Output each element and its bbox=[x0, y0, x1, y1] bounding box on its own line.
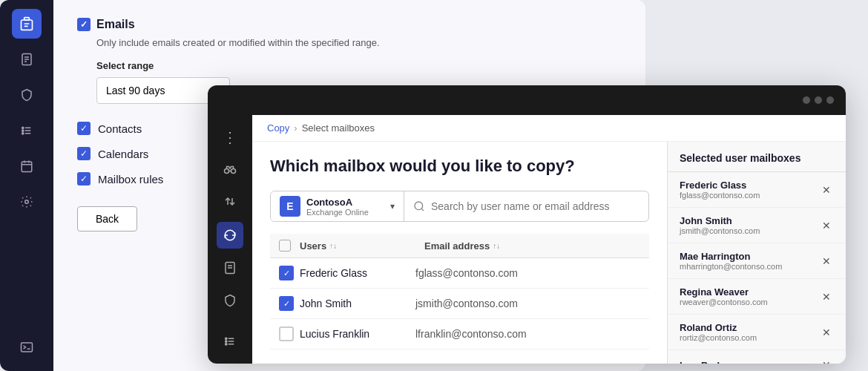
svg-point-29 bbox=[226, 338, 227, 339]
modal-content-area: Which mailbox would you like to copy? E … bbox=[252, 142, 846, 364]
modal-sidebar-binoculars[interactable] bbox=[217, 157, 243, 183]
selected-name-4: Roland Ortiz bbox=[680, 322, 757, 333]
row-checkbox-0[interactable]: ✓ bbox=[279, 266, 294, 280]
modal-breadcrumb: Copy › Select mailboxes bbox=[252, 115, 846, 142]
table-header: Users ↑↓ Email address ↑↓ bbox=[270, 234, 649, 258]
svg-point-31 bbox=[226, 341, 227, 342]
emails-description: Only include emails created or modified … bbox=[96, 37, 622, 48]
selected-item-info-2: Mae Harrington mharrington@contonso.com bbox=[680, 251, 782, 271]
selected-email-2: mharrington@contonso.com bbox=[680, 262, 782, 271]
remove-button-4[interactable]: ✕ bbox=[819, 325, 834, 340]
row-name-0: Frederic Glass bbox=[300, 267, 410, 279]
selected-items-list: Frederic Glass fglass@contonso.com ✕ Joh… bbox=[668, 172, 846, 364]
svg-point-21 bbox=[225, 169, 229, 174]
selected-email-4: rortiz@contonso.com bbox=[680, 333, 757, 342]
selected-item: Mae Harrington mharrington@contonso.com … bbox=[668, 243, 846, 279]
selected-name-0: Frederic Glass bbox=[680, 180, 760, 191]
svg-point-12 bbox=[22, 133, 24, 134]
row-name-2: Lucius Franklin bbox=[300, 328, 410, 340]
modal-sidebar-document[interactable] bbox=[217, 255, 243, 281]
header-checkbox[interactable] bbox=[279, 240, 291, 252]
email-sort-icon: ↑↓ bbox=[493, 242, 500, 250]
mailbox-rules-label: Mailbox rules bbox=[98, 173, 163, 186]
tenant-subtitle: Exchange Online bbox=[306, 208, 369, 217]
selected-panel-header: Selected user mailboxes bbox=[668, 142, 846, 172]
left-sidebar bbox=[0, 0, 53, 371]
selected-email-3: rweaver@contonso.com bbox=[680, 298, 768, 306]
selected-item-info-3: Regina Weaver rweaver@contonso.com bbox=[680, 286, 768, 306]
modal-right-panel: Selected user mailboxes Frederic Glass f… bbox=[668, 142, 846, 364]
users-sort-icon: ↑↓ bbox=[329, 242, 337, 250]
search-input[interactable] bbox=[431, 200, 640, 212]
row-checkbox-2[interactable] bbox=[279, 326, 294, 341]
sidebar-icon-calendar[interactable] bbox=[12, 151, 42, 181]
col-header-email[interactable]: Email address ↑↓ bbox=[424, 240, 640, 252]
selected-item-info-1: John Smith jsmith@contonso.com bbox=[680, 215, 760, 235]
svg-point-33 bbox=[226, 344, 227, 345]
breadcrumb-parent[interactable]: Copy bbox=[267, 122, 289, 134]
svg-point-22 bbox=[231, 169, 236, 174]
col-header-users[interactable]: Users ↑↓ bbox=[300, 240, 418, 252]
selected-name-5: Inez Barker bbox=[680, 360, 731, 364]
emails-checkbox[interactable]: ✓ bbox=[77, 18, 91, 31]
tenant-name: ContosoA bbox=[306, 197, 369, 208]
modal-sidebar-list[interactable] bbox=[217, 328, 243, 355]
calendars-label: Calendars bbox=[98, 148, 148, 160]
titlebar-controls bbox=[803, 96, 834, 104]
svg-rect-19 bbox=[22, 343, 33, 352]
sidebar-icon-list[interactable] bbox=[12, 116, 42, 145]
selected-item: John Smith jsmith@contonso.com ✕ bbox=[668, 208, 846, 243]
mailbox-rules-checkbox[interactable]: ✓ bbox=[77, 172, 91, 186]
selected-item: Roland Ortiz rortiz@contonso.com ✕ bbox=[668, 315, 846, 350]
sidebar-icon-clipboard[interactable] bbox=[12, 9, 42, 39]
users-table: Users ↑↓ Email address ↑↓ ✓ Frederic Gl bbox=[270, 234, 649, 349]
breadcrumb-current: Select mailboxes bbox=[302, 122, 375, 134]
row-checkbox-1[interactable]: ✓ bbox=[279, 296, 294, 311]
tenant-chevron-icon: ▾ bbox=[390, 201, 395, 211]
select-range-label: Select range bbox=[96, 60, 622, 71]
calendars-checkbox[interactable]: ✓ bbox=[77, 147, 91, 160]
selected-name-2: Mae Harrington bbox=[680, 251, 782, 262]
remove-button-2[interactable]: ✕ bbox=[819, 254, 834, 269]
selected-item-info-0: Frederic Glass fglass@contonso.com bbox=[680, 180, 760, 200]
titlebar-dot-1 bbox=[803, 96, 810, 104]
modal-left-panel: Which mailbox would you like to copy? E … bbox=[252, 142, 668, 364]
contacts-checkbox[interactable]: ✓ bbox=[77, 122, 91, 135]
remove-button-1[interactable]: ✕ bbox=[819, 218, 834, 233]
row-email-0: fglass@contonso.com bbox=[415, 267, 640, 279]
selected-name-3: Regina Weaver bbox=[680, 286, 768, 298]
modal-titlebar bbox=[208, 85, 846, 115]
table-row: Lucius Franklin lfranklin@contonso.com bbox=[270, 319, 649, 349]
search-input-area[interactable] bbox=[404, 191, 648, 221]
row-email-1: jsmith@contonso.com bbox=[415, 298, 640, 309]
table-row: ✓ Frederic Glass fglass@contonso.com bbox=[270, 258, 649, 289]
modal-sidebar-dots[interactable]: ⋮ bbox=[217, 124, 243, 151]
titlebar-dot-2 bbox=[815, 96, 822, 104]
selected-email-1: jsmith@contonso.com bbox=[680, 226, 760, 235]
svg-point-35 bbox=[415, 202, 423, 210]
svg-rect-14 bbox=[22, 162, 32, 172]
sidebar-icon-document[interactable] bbox=[12, 45, 42, 74]
selected-item: Regina Weaver rweaver@contonso.com ✕ bbox=[668, 279, 846, 315]
modal-sidebar-shield[interactable] bbox=[217, 287, 243, 314]
modal-sidebar-merge[interactable] bbox=[217, 189, 243, 216]
svg-point-18 bbox=[25, 200, 29, 204]
search-bar: E ContosoA Exchange Online ▾ bbox=[270, 191, 649, 222]
remove-button-5[interactable]: ✕ bbox=[819, 358, 834, 364]
sidebar-icon-shield[interactable] bbox=[12, 80, 42, 110]
contacts-label: Contacts bbox=[98, 122, 142, 135]
tenant-icon: E bbox=[280, 196, 300, 217]
remove-button-0[interactable]: ✕ bbox=[819, 183, 834, 197]
range-value: Last 90 days bbox=[106, 85, 165, 96]
tenant-selector[interactable]: E ContosoA Exchange Online ▾ bbox=[271, 191, 404, 221]
svg-point-8 bbox=[22, 127, 24, 128]
remove-button-3[interactable]: ✕ bbox=[819, 289, 834, 304]
back-button[interactable]: Back bbox=[77, 206, 137, 232]
sidebar-icon-settings[interactable] bbox=[12, 187, 42, 217]
svg-line-36 bbox=[421, 209, 424, 211]
breadcrumb-separator: › bbox=[294, 122, 297, 134]
modal-sidebar-sync[interactable] bbox=[217, 222, 243, 249]
modal-window: ⋮ bbox=[208, 85, 846, 364]
svg-point-10 bbox=[22, 130, 24, 131]
sidebar-icon-terminal[interactable] bbox=[12, 332, 42, 362]
